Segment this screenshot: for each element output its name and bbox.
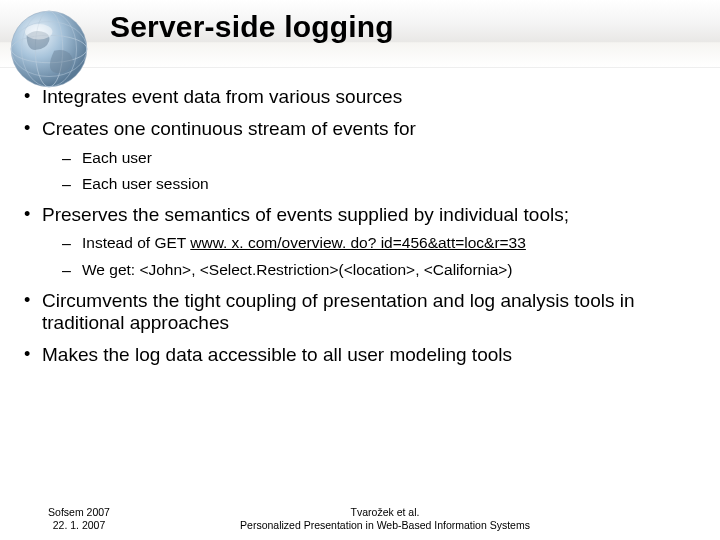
url-example: www. x. com/overview. do? id=456&att=loc…	[190, 234, 526, 251]
sub-prefix: Instead of GET	[82, 234, 190, 251]
footer-conference: Sofsem 2007	[18, 506, 140, 519]
sub-each-session: Each user session	[56, 175, 704, 194]
bullet-preserves-semantics: Preserves the semantics of events suppli…	[20, 204, 704, 280]
sub-we-get: We get: <John>, <Select.Restriction>(<lo…	[56, 261, 704, 280]
footer-authors: Tvarožek et al.	[140, 506, 630, 519]
bullet-accessible: Makes the log data accessible to all use…	[20, 344, 704, 366]
globe-icon	[6, 6, 92, 92]
footer: Sofsem 2007 22. 1. 2007 Tvarožek et al. …	[0, 506, 720, 532]
bullet-integrates: Integrates event data from various sourc…	[20, 86, 704, 108]
slide-title: Server-side logging	[110, 10, 394, 44]
bullet-text: Creates one continuous stream of events …	[42, 118, 416, 139]
footer-date: 22. 1. 2007	[18, 519, 140, 532]
footer-paper-title: Personalized Presentation in Web-Based I…	[140, 519, 630, 532]
svg-point-0	[11, 11, 87, 87]
bullet-creates-stream: Creates one continuous stream of events …	[20, 118, 704, 194]
bullet-circumvents: Circumvents the tight coupling of presen…	[20, 290, 704, 335]
bullet-text: Preserves the semantics of events suppli…	[42, 204, 569, 225]
footer-left: Sofsem 2007 22. 1. 2007	[0, 506, 140, 532]
sub-each-user: Each user	[56, 149, 704, 168]
footer-center: Tvarožek et al. Personalized Presentatio…	[140, 506, 720, 532]
slide-content: Integrates event data from various sourc…	[20, 86, 704, 377]
svg-point-5	[25, 24, 53, 39]
sub-instead-of-get: Instead of GET www. x. com/overview. do?…	[56, 234, 704, 253]
